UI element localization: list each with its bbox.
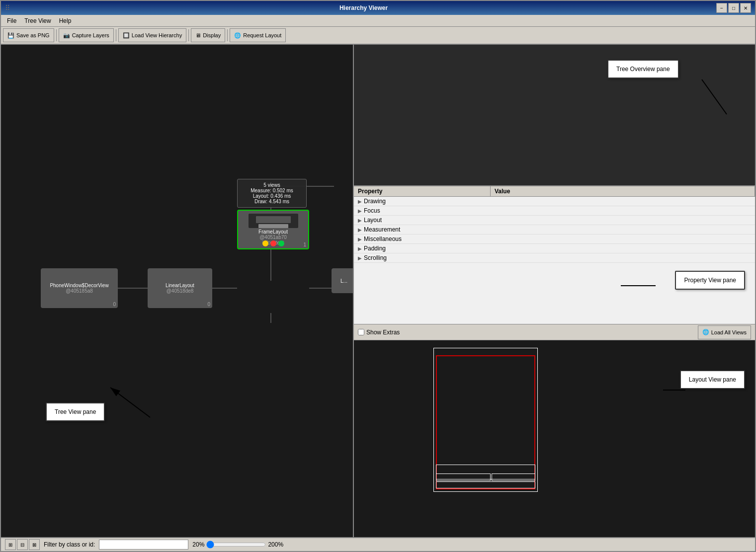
display-icon: 🖥 xyxy=(195,32,201,38)
drag-handle: ⠿ xyxy=(5,4,9,12)
toolbar: 💾 Save as PNG 📷 Capture Layers 🔲 Load Vi… xyxy=(1,27,755,45)
props-row-padding[interactable]: ▶ Padding xyxy=(354,244,755,253)
props-row-layout[interactable]: ▶ Layout xyxy=(354,216,755,225)
linear-layout-count: 0 xyxy=(207,302,210,307)
frame-layout-container: 5 views Measure: 0.502 ms Layout: 0.436 … xyxy=(237,179,309,249)
prop-measurement-label: Measurement xyxy=(364,226,400,233)
frame-draw: Draw: 4.543 ms xyxy=(243,199,301,204)
prop-focus-label: Focus xyxy=(364,207,380,214)
prop-misc-label: Miscellaneous xyxy=(364,236,402,242)
props-table: Property Value ▶ Drawing ▶ xyxy=(354,186,755,324)
title-controls: − □ ✕ xyxy=(716,3,751,13)
load-all-views-button[interactable]: 🌐 Load All Views xyxy=(698,325,751,339)
prop-misc-value xyxy=(491,238,755,240)
capture-layers-button[interactable]: 📷 Capture Layers xyxy=(59,28,114,42)
save-icon: 💾 xyxy=(7,32,14,39)
props-row-drawing[interactable]: ▶ Drawing xyxy=(354,197,755,206)
decor-view-name: PhoneWindow$DecorView xyxy=(50,283,108,288)
show-extras-container: Show Extras xyxy=(358,329,400,336)
main-content: PhoneWindow$DecorView @405185a8 0 Linear… xyxy=(1,45,755,537)
show-extras-checkbox[interactable] xyxy=(358,329,364,335)
prop-layout-label: Layout xyxy=(364,217,382,224)
status-icon-1[interactable]: ⊞ xyxy=(5,539,16,550)
close-button[interactable]: ✕ xyxy=(740,3,751,13)
load-hierarchy-button[interactable]: 🔲 Load View Hierarchy xyxy=(118,28,186,42)
toolbar-separator-4 xyxy=(227,29,228,41)
props-row-miscellaneous[interactable]: ▶ Miscellaneous xyxy=(354,235,755,244)
layout-view-pane[interactable]: Layout View pane xyxy=(354,340,755,537)
maximize-button[interactable]: □ xyxy=(728,3,739,13)
prop-padding-label: Padding xyxy=(364,245,386,252)
show-extras-label: Show Extras xyxy=(366,329,400,336)
menu-bar: File Tree View Help xyxy=(1,15,755,27)
request-icon: 🌐 xyxy=(234,32,241,39)
dot-red xyxy=(270,240,276,246)
decor-view-count: 0 xyxy=(113,302,116,307)
expand-arrow-layout: ▶ xyxy=(358,218,362,223)
menu-file[interactable]: File xyxy=(3,16,20,25)
svg-line-10 xyxy=(702,79,727,114)
frame-layout-node[interactable]: FrameLayout @4051ab70 id/content 1 xyxy=(237,210,309,249)
status-icon-3[interactable]: ⊠ xyxy=(29,539,40,550)
main-window: ⠿ Hierarchy Viewer − □ ✕ File Tree View … xyxy=(0,0,756,552)
expand-arrow-measurement: ▶ xyxy=(358,227,362,233)
partial-node[interactable]: L... xyxy=(332,268,354,293)
frame-layout-addr: @4051ab70 xyxy=(259,235,287,240)
frame-layout-info: 5 views Measure: 0.502 ms Layout: 0.436 … xyxy=(237,179,307,208)
camera-icon: 📷 xyxy=(63,32,70,39)
prop-drawing-value xyxy=(491,200,755,202)
prop-focus-value xyxy=(491,210,755,212)
decor-view-node[interactable]: PhoneWindow$DecorView @405185a8 0 xyxy=(41,268,118,308)
filter-input[interactable] xyxy=(99,540,188,550)
layout-small-rect-2 xyxy=(492,473,535,481)
tree-overview-pane[interactable]: Tree Overview pane xyxy=(354,45,755,186)
load-all-icon: 🌐 xyxy=(702,329,709,335)
linear-layout-addr: @40518de8 xyxy=(167,288,194,294)
zoom-max-label: 200% xyxy=(268,541,283,548)
frame-layout-dots xyxy=(262,240,284,246)
linear-layout-node[interactable]: LinearLayout @40518de8 0 xyxy=(148,268,212,308)
menu-help[interactable]: Help xyxy=(55,16,76,25)
prop-scrolling-value xyxy=(491,257,755,259)
status-bar: ⊞ ⊟ ⊠ Filter by class or id: 20% 200% xyxy=(1,537,755,551)
decor-view-addr: @405185a8 xyxy=(66,288,93,294)
layout-bottom-row xyxy=(436,481,535,488)
zoom-slider[interactable] xyxy=(206,541,266,549)
frame-layout-count: 1 xyxy=(303,242,306,247)
property-column-header: Property xyxy=(354,186,491,196)
tree-view-callout: Tree View pane xyxy=(46,402,105,421)
expand-arrow-misc: ▶ xyxy=(358,237,362,242)
tree-view-pane[interactable]: PhoneWindow$DecorView @405185a8 0 Linear… xyxy=(1,45,354,537)
frame-views: 5 views xyxy=(243,182,301,188)
dot-yellow xyxy=(262,240,268,246)
tree-overview-callout: Tree Overview pane xyxy=(607,60,679,79)
title-bar: ⠿ Hierarchy Viewer − □ ✕ xyxy=(1,1,755,15)
prop-measurement-value xyxy=(491,229,755,231)
status-icon-2[interactable]: ⊟ xyxy=(17,539,28,550)
prop-layout-value xyxy=(491,219,755,221)
menu-tree-view[interactable]: Tree View xyxy=(20,16,55,25)
expand-arrow-padding: ▶ xyxy=(358,246,362,251)
props-row-scrolling[interactable]: ▶ Scrolling xyxy=(354,253,755,263)
load-icon: 🔲 xyxy=(123,32,130,39)
minimize-button[interactable]: − xyxy=(716,3,727,13)
props-row-focus[interactable]: ▶ Focus xyxy=(354,206,755,216)
property-view-callout: Property View pane xyxy=(675,271,745,290)
layout-small-rect-1 xyxy=(436,473,491,481)
frame-layout-preview xyxy=(249,214,298,228)
frame-layout-time: Layout: 0.436 ms xyxy=(243,193,301,199)
dot-green xyxy=(278,240,284,246)
props-row-measurement[interactable]: ▶ Measurement xyxy=(354,225,755,235)
frame-measure: Measure: 0.502 ms xyxy=(243,188,301,193)
window-title: Hierarchy Viewer xyxy=(11,4,716,11)
svg-line-8 xyxy=(110,388,150,417)
partial-node-name: L... xyxy=(340,278,347,284)
linear-layout-name: LinearLayout xyxy=(166,283,194,288)
prop-padding-value xyxy=(491,247,755,249)
request-layout-button[interactable]: 🌐 Request Layout xyxy=(230,28,286,42)
overview-callout-arrow xyxy=(652,75,752,134)
save-png-button[interactable]: 💾 Save as PNG xyxy=(3,28,54,42)
display-button[interactable]: 🖥 Display xyxy=(191,28,225,42)
frame-layout-name: FrameLayout xyxy=(258,229,288,235)
filter-label: Filter by class or id: xyxy=(44,541,95,548)
